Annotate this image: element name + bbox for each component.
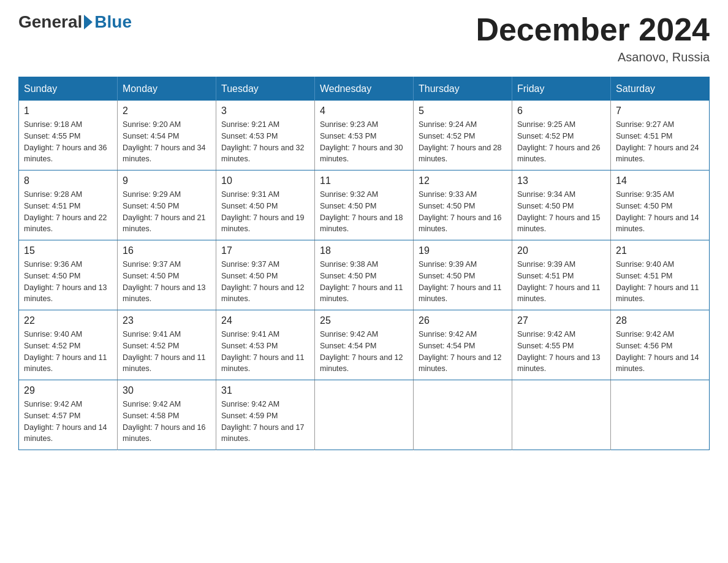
calendar-cell xyxy=(611,380,710,450)
day-info: Sunrise: 9:31 AMSunset: 4:50 PMDaylight:… xyxy=(221,189,309,235)
day-number: 26 xyxy=(419,315,507,326)
calendar-cell xyxy=(512,380,611,450)
day-info: Sunrise: 9:42 AMSunset: 4:55 PMDaylight:… xyxy=(517,329,605,375)
day-number: 30 xyxy=(123,385,211,396)
calendar-cell: 10 Sunrise: 9:31 AMSunset: 4:50 PMDaylig… xyxy=(216,170,315,240)
col-saturday: Saturday xyxy=(611,77,710,101)
day-info: Sunrise: 9:42 AMSunset: 4:59 PMDaylight:… xyxy=(221,399,309,445)
page-header: General Blue December 2024 Asanovo, Russ… xyxy=(18,12,710,64)
calendar-week-1: 1 Sunrise: 9:18 AMSunset: 4:55 PMDayligh… xyxy=(19,101,710,170)
day-info: Sunrise: 9:20 AMSunset: 4:54 PMDaylight:… xyxy=(123,119,211,165)
day-info: Sunrise: 9:21 AMSunset: 4:53 PMDaylight:… xyxy=(221,119,309,165)
day-info: Sunrise: 9:39 AMSunset: 4:51 PMDaylight:… xyxy=(517,259,605,305)
logo-arrow-icon xyxy=(84,15,93,29)
calendar-cell: 1 Sunrise: 9:18 AMSunset: 4:55 PMDayligh… xyxy=(19,101,118,170)
day-info: Sunrise: 9:35 AMSunset: 4:50 PMDaylight:… xyxy=(616,189,704,235)
day-number: 27 xyxy=(517,315,605,326)
calendar-cell: 2 Sunrise: 9:20 AMSunset: 4:54 PMDayligh… xyxy=(118,101,216,170)
day-info: Sunrise: 9:40 AMSunset: 4:52 PMDaylight:… xyxy=(24,329,112,375)
day-info: Sunrise: 9:28 AMSunset: 4:51 PMDaylight:… xyxy=(24,189,112,235)
day-info: Sunrise: 9:42 AMSunset: 4:57 PMDaylight:… xyxy=(24,399,112,445)
calendar-cell: 17 Sunrise: 9:37 AMSunset: 4:50 PMDaylig… xyxy=(216,240,315,310)
calendar-cell: 11 Sunrise: 9:32 AMSunset: 4:50 PMDaylig… xyxy=(315,170,414,240)
day-number: 22 xyxy=(24,315,112,326)
day-info: Sunrise: 9:42 AMSunset: 4:58 PMDaylight:… xyxy=(123,399,211,445)
col-monday: Monday xyxy=(118,77,216,101)
day-number: 8 xyxy=(24,175,112,186)
calendar-cell: 12 Sunrise: 9:33 AMSunset: 4:50 PMDaylig… xyxy=(414,170,512,240)
day-number: 7 xyxy=(616,105,704,117)
day-info: Sunrise: 9:40 AMSunset: 4:51 PMDaylight:… xyxy=(616,259,704,305)
logo-general-text: General xyxy=(18,12,82,32)
col-tuesday: Tuesday xyxy=(216,77,315,101)
day-number: 12 xyxy=(419,175,507,186)
day-info: Sunrise: 9:27 AMSunset: 4:51 PMDaylight:… xyxy=(616,119,704,165)
calendar-cell: 4 Sunrise: 9:23 AMSunset: 4:53 PMDayligh… xyxy=(315,101,414,170)
day-info: Sunrise: 9:25 AMSunset: 4:52 PMDaylight:… xyxy=(517,119,605,165)
day-number: 6 xyxy=(517,105,605,117)
day-number: 5 xyxy=(419,105,507,117)
calendar-cell: 28 Sunrise: 9:42 AMSunset: 4:56 PMDaylig… xyxy=(611,310,710,380)
day-info: Sunrise: 9:41 AMSunset: 4:53 PMDaylight:… xyxy=(221,329,309,375)
calendar-week-3: 15 Sunrise: 9:36 AMSunset: 4:50 PMDaylig… xyxy=(19,240,710,310)
day-info: Sunrise: 9:39 AMSunset: 4:50 PMDaylight:… xyxy=(419,259,507,305)
col-sunday: Sunday xyxy=(19,77,118,101)
logo: General Blue xyxy=(18,12,132,32)
calendar-week-2: 8 Sunrise: 9:28 AMSunset: 4:51 PMDayligh… xyxy=(19,170,710,240)
calendar-cell: 5 Sunrise: 9:24 AMSunset: 4:52 PMDayligh… xyxy=(414,101,512,170)
calendar-cell: 15 Sunrise: 9:36 AMSunset: 4:50 PMDaylig… xyxy=(19,240,118,310)
day-number: 10 xyxy=(221,175,309,186)
calendar-table: Sunday Monday Tuesday Wednesday Thursday… xyxy=(18,77,710,450)
day-number: 25 xyxy=(320,315,408,326)
day-info: Sunrise: 9:37 AMSunset: 4:50 PMDaylight:… xyxy=(123,259,211,305)
calendar-cell: 9 Sunrise: 9:29 AMSunset: 4:50 PMDayligh… xyxy=(118,170,216,240)
day-info: Sunrise: 9:29 AMSunset: 4:50 PMDaylight:… xyxy=(123,189,211,235)
day-info: Sunrise: 9:34 AMSunset: 4:50 PMDaylight:… xyxy=(517,189,605,235)
day-number: 14 xyxy=(616,175,704,186)
calendar-cell: 23 Sunrise: 9:41 AMSunset: 4:52 PMDaylig… xyxy=(118,310,216,380)
calendar-cell: 16 Sunrise: 9:37 AMSunset: 4:50 PMDaylig… xyxy=(118,240,216,310)
day-number: 23 xyxy=(123,315,211,326)
calendar-cell: 20 Sunrise: 9:39 AMSunset: 4:51 PMDaylig… xyxy=(512,240,611,310)
calendar-week-4: 22 Sunrise: 9:40 AMSunset: 4:52 PMDaylig… xyxy=(19,310,710,380)
calendar-cell: 14 Sunrise: 9:35 AMSunset: 4:50 PMDaylig… xyxy=(611,170,710,240)
calendar-week-5: 29 Sunrise: 9:42 AMSunset: 4:57 PMDaylig… xyxy=(19,380,710,450)
logo-blue-text: Blue xyxy=(94,12,132,32)
day-number: 19 xyxy=(419,245,507,256)
calendar-cell xyxy=(414,380,512,450)
day-number: 18 xyxy=(320,245,408,256)
calendar-cell: 8 Sunrise: 9:28 AMSunset: 4:51 PMDayligh… xyxy=(19,170,118,240)
day-info: Sunrise: 9:32 AMSunset: 4:50 PMDaylight:… xyxy=(320,189,408,235)
day-info: Sunrise: 9:41 AMSunset: 4:52 PMDaylight:… xyxy=(123,329,211,375)
calendar-cell: 27 Sunrise: 9:42 AMSunset: 4:55 PMDaylig… xyxy=(512,310,611,380)
location-text: Asanovo, Russia xyxy=(476,50,710,64)
day-number: 16 xyxy=(123,245,211,256)
calendar-cell: 26 Sunrise: 9:42 AMSunset: 4:54 PMDaylig… xyxy=(414,310,512,380)
calendar-cell: 24 Sunrise: 9:41 AMSunset: 4:53 PMDaylig… xyxy=(216,310,315,380)
calendar-cell: 31 Sunrise: 9:42 AMSunset: 4:59 PMDaylig… xyxy=(216,380,315,450)
day-number: 21 xyxy=(616,245,704,256)
calendar-cell: 25 Sunrise: 9:42 AMSunset: 4:54 PMDaylig… xyxy=(315,310,414,380)
calendar-cell: 13 Sunrise: 9:34 AMSunset: 4:50 PMDaylig… xyxy=(512,170,611,240)
day-info: Sunrise: 9:42 AMSunset: 4:54 PMDaylight:… xyxy=(419,329,507,375)
day-info: Sunrise: 9:42 AMSunset: 4:56 PMDaylight:… xyxy=(616,329,704,375)
day-number: 2 xyxy=(123,105,211,117)
calendar-cell: 30 Sunrise: 9:42 AMSunset: 4:58 PMDaylig… xyxy=(118,380,216,450)
day-number: 20 xyxy=(517,245,605,256)
calendar-cell xyxy=(315,380,414,450)
day-info: Sunrise: 9:42 AMSunset: 4:54 PMDaylight:… xyxy=(320,329,408,375)
calendar-cell: 7 Sunrise: 9:27 AMSunset: 4:51 PMDayligh… xyxy=(611,101,710,170)
day-number: 28 xyxy=(616,315,704,326)
day-number: 9 xyxy=(123,175,211,186)
day-info: Sunrise: 9:33 AMSunset: 4:50 PMDaylight:… xyxy=(419,189,507,235)
calendar-cell: 29 Sunrise: 9:42 AMSunset: 4:57 PMDaylig… xyxy=(19,380,118,450)
col-friday: Friday xyxy=(512,77,611,101)
calendar-cell: 18 Sunrise: 9:38 AMSunset: 4:50 PMDaylig… xyxy=(315,240,414,310)
day-info: Sunrise: 9:37 AMSunset: 4:50 PMDaylight:… xyxy=(221,259,309,305)
day-info: Sunrise: 9:36 AMSunset: 4:50 PMDaylight:… xyxy=(24,259,112,305)
calendar-cell: 22 Sunrise: 9:40 AMSunset: 4:52 PMDaylig… xyxy=(19,310,118,380)
calendar-cell: 6 Sunrise: 9:25 AMSunset: 4:52 PMDayligh… xyxy=(512,101,611,170)
day-info: Sunrise: 9:23 AMSunset: 4:53 PMDaylight:… xyxy=(320,119,408,165)
calendar-header-row: Sunday Monday Tuesday Wednesday Thursday… xyxy=(19,77,710,101)
day-info: Sunrise: 9:24 AMSunset: 4:52 PMDaylight:… xyxy=(419,119,507,165)
